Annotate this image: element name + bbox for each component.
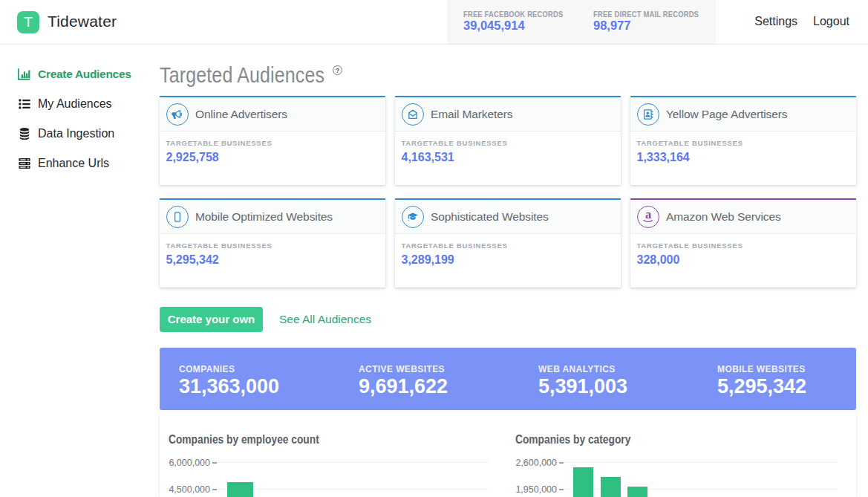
svg-text:a: a [645,211,651,221]
